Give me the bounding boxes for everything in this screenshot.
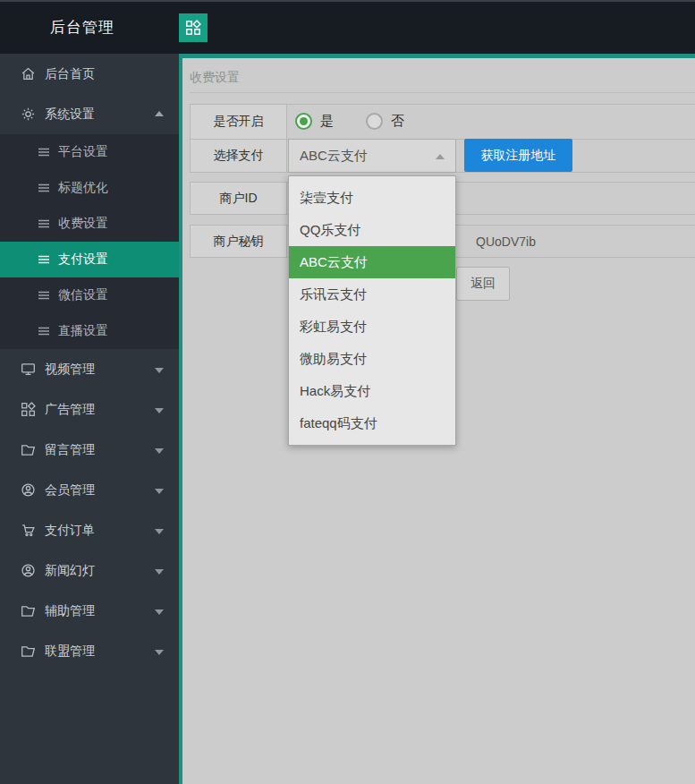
back-button[interactable]: 返回 xyxy=(456,267,510,301)
panel-title: 收费设置 xyxy=(190,70,240,86)
payment-select-label: 选择支付 xyxy=(191,140,287,173)
sidebar-item-payment-orders[interactable]: 支付订单 xyxy=(0,510,179,550)
sidebar-item-member-management[interactable]: 会员管理 xyxy=(0,470,179,510)
chevron-down-icon xyxy=(155,569,164,575)
sidebar-item-home[interactable]: 后台首页 xyxy=(0,54,179,94)
sidebar-item-label: 平台设置 xyxy=(58,144,108,160)
app-title: 后台管理 xyxy=(50,2,114,54)
sidebar-item-label: 会员管理 xyxy=(45,482,95,499)
title-divider xyxy=(190,92,695,93)
sidebar-item-video-management[interactable]: 视频管理 xyxy=(0,349,179,389)
merchant-id-label: 商户ID xyxy=(191,183,287,214)
menu-lines-icon xyxy=(38,217,50,230)
sidebar-item-label: 广告管理 xyxy=(45,402,95,418)
folder-icon xyxy=(21,643,36,659)
sidebar-item-ad-management[interactable]: 广告管理 xyxy=(0,389,179,430)
apps-grid-button[interactable] xyxy=(179,13,208,42)
sidebar-item-label: 留言管理 xyxy=(45,442,95,458)
cart-icon xyxy=(21,523,36,538)
top-header: 后台管理 xyxy=(0,0,695,54)
sidebar: 后台首页 系统设置 平台设置 标题优化 收费设 xyxy=(0,54,179,784)
payment-dropdown-list: 柒壹支付 QQ乐支付 ABC云支付 乐讯云支付 彩虹易支付 微助易支付 Hack… xyxy=(288,175,456,446)
dropdown-option[interactable]: 微助易支付 xyxy=(289,343,455,375)
chevron-down-icon xyxy=(155,650,164,655)
get-register-url-button[interactable]: 获取注册地址 xyxy=(464,139,572,172)
enable-label: 是否开启 xyxy=(191,105,287,139)
grid-icon xyxy=(21,402,36,417)
sidebar-item-fee-settings[interactable]: 收费设置 xyxy=(0,206,179,242)
sidebar-item-news-slides[interactable]: 新闻幻灯 xyxy=(0,550,179,591)
sidebar-item-message-management[interactable]: 留言管理 xyxy=(0,430,179,470)
chevron-down-icon xyxy=(155,368,164,373)
menu-lines-icon xyxy=(38,182,50,194)
chevron-down-icon xyxy=(155,489,164,494)
user-circle-icon xyxy=(21,563,36,578)
sidebar-item-label: 支付订单 xyxy=(45,523,95,539)
radio-yes-label: 是 xyxy=(320,113,334,130)
chevron-up-icon xyxy=(155,111,164,116)
dropdown-option[interactable]: 乐讯云支付 xyxy=(289,278,455,311)
dropdown-option[interactable]: fateqq码支付 xyxy=(289,407,455,439)
menu-lines-icon xyxy=(38,289,50,302)
folder-icon xyxy=(21,603,36,618)
sidebar-item-system-settings[interactable]: 系统设置 xyxy=(0,94,179,134)
payment-select-value: ABC云支付 xyxy=(300,148,368,165)
folder-icon xyxy=(21,442,36,457)
user-circle-icon xyxy=(21,482,36,498)
sidebar-item-label: 系统设置 xyxy=(45,107,95,123)
app-grid-icon xyxy=(185,20,201,36)
sidebar-item-label: 微信设置 xyxy=(58,287,108,303)
merchant-key-label: 商户秘钥 xyxy=(191,226,287,257)
content-area: 收费设置 是否开启 是 否 选择支付 ABC云支付 获取注册地址 xyxy=(179,54,695,784)
sidebar-item-auxiliary-management[interactable]: 辅助管理 xyxy=(0,591,179,631)
menu-lines-icon xyxy=(38,146,50,158)
dropdown-option[interactable]: 柒壹支付 xyxy=(289,182,455,214)
menu-lines-icon xyxy=(38,325,50,337)
sidebar-item-label: 标题优化 xyxy=(58,180,108,196)
radio-no-label: 否 xyxy=(391,113,404,130)
radio-selected-icon[interactable] xyxy=(295,113,312,130)
sidebar-item-label: 支付设置 xyxy=(58,251,108,268)
radio-no[interactable]: 否 xyxy=(366,113,404,130)
home-icon xyxy=(21,66,36,81)
monitor-icon xyxy=(21,362,36,377)
system-settings-submenu: 平台设置 标题优化 收费设置 支付设置 微信设置 xyxy=(0,134,179,349)
dropdown-option[interactable]: 彩虹易支付 xyxy=(289,311,455,343)
sidebar-item-label: 新闻幻灯 xyxy=(45,563,95,579)
radio-yes[interactable]: 是 xyxy=(295,113,334,130)
sidebar-item-label: 联盟管理 xyxy=(45,643,95,660)
sidebar-item-title-seo[interactable]: 标题优化 xyxy=(0,170,179,206)
chevron-down-icon xyxy=(155,448,164,454)
sidebar-item-label: 直播设置 xyxy=(58,323,108,339)
sidebar-item-payment-settings[interactable]: 支付设置 xyxy=(0,242,179,277)
payment-select[interactable]: ABC云支付 xyxy=(288,139,456,173)
sidebar-item-wechat-settings[interactable]: 微信设置 xyxy=(0,277,179,313)
sidebar-item-label: 视频管理 xyxy=(45,362,95,378)
radio-unselected-icon[interactable] xyxy=(366,113,383,130)
sidebar-item-platform-settings[interactable]: 平台设置 xyxy=(0,134,179,170)
chevron-down-icon xyxy=(155,529,164,534)
chevron-down-icon xyxy=(155,609,164,615)
sidebar-item-live-settings[interactable]: 直播设置 xyxy=(0,313,179,349)
sidebar-item-label: 收费设置 xyxy=(58,216,108,232)
chevron-down-icon xyxy=(155,408,164,413)
sidebar-item-alliance-management[interactable]: 联盟管理 xyxy=(0,631,179,671)
menu-lines-icon xyxy=(38,253,50,266)
sidebar-item-label: 后台首页 xyxy=(45,66,95,82)
sidebar-item-label: 辅助管理 xyxy=(45,603,95,619)
dropdown-option[interactable]: Hack易支付 xyxy=(289,375,455,407)
gear-icon xyxy=(21,107,36,122)
dropdown-option-selected[interactable]: ABC云支付 xyxy=(289,246,455,278)
select-arrow-up-icon xyxy=(436,154,445,159)
dropdown-option[interactable]: QQ乐支付 xyxy=(289,214,455,246)
